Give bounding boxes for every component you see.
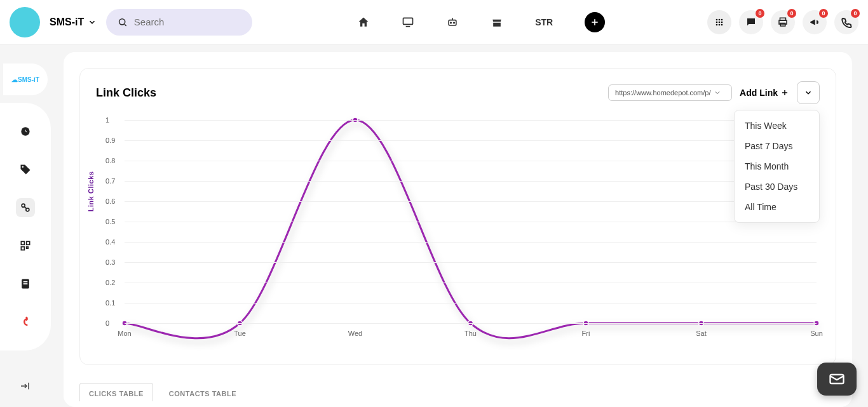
home-icon[interactable] (357, 16, 370, 29)
date-range-menu: This Week Past 7 Days This Month Past 30… (734, 110, 820, 223)
mail-icon (828, 370, 846, 388)
date-range-wrap: This Week Past 7 Days This Month Past 30… (797, 81, 820, 104)
sidebar-item-links[interactable] (16, 198, 35, 217)
y-tick: 0 (105, 319, 109, 327)
svg-rect-2 (403, 18, 413, 24)
svg-point-15 (721, 21, 723, 23)
y-tick: 0.8 (105, 157, 115, 164)
svg-rect-31 (24, 281, 28, 283)
svg-point-14 (719, 21, 721, 23)
print-badge: 0 (787, 9, 796, 18)
link-chevron-icon (714, 89, 721, 97)
svg-point-18 (721, 23, 723, 25)
svg-rect-27 (27, 241, 30, 244)
apps-grid-icon[interactable] (707, 10, 731, 34)
brand-dropdown[interactable]: SMS-iT (50, 17, 97, 28)
menu-past-30-days[interactable]: Past 30 Days (735, 177, 819, 197)
sidebar-item-analytics[interactable] (16, 122, 35, 141)
chart-inner: 00.10.20.30.40.50.60.70.80.91MonTueWedTh… (125, 120, 817, 323)
search-container (106, 9, 252, 36)
y-tick: 0.4 (105, 238, 115, 246)
svg-rect-32 (24, 283, 28, 284)
chat-icon[interactable]: 0 (739, 10, 763, 34)
header-right: 0 0 0 0 (707, 10, 858, 34)
megaphone-icon[interactable]: 0 (803, 10, 827, 34)
card-header: Link Clicks https://www.homedepot.com/p/… (96, 81, 820, 104)
tab-clicks-table[interactable]: CLICKS TABLE (79, 383, 153, 401)
sidebar-collapse-icon[interactable] (19, 380, 31, 394)
link-select[interactable]: https://www.homedepot.com/p/ (608, 84, 732, 101)
svg-point-13 (716, 21, 718, 23)
main-content: Link Clicks https://www.homedepot.com/p/… (64, 52, 852, 407)
svg-point-17 (719, 23, 721, 25)
y-axis-label: Link Clicks (87, 171, 95, 212)
x-tick: Thu (465, 330, 477, 337)
gridline (125, 201, 817, 202)
store-icon[interactable] (491, 16, 503, 29)
y-tick: 0.5 (105, 218, 115, 225)
x-tick: Mon (118, 330, 131, 337)
chart-line (125, 120, 817, 338)
x-tick: Wed (348, 330, 362, 337)
gridline (125, 161, 817, 161)
y-tick: 0.9 (105, 137, 115, 144)
gridline (125, 242, 817, 243)
menu-this-month[interactable]: This Month (735, 156, 819, 177)
svg-rect-28 (21, 247, 24, 250)
chevron-down-icon (804, 88, 813, 97)
megaphone-badge: 0 (819, 9, 828, 18)
tab-contacts-table[interactable]: CONTACTS TABLE (159, 383, 246, 401)
gridline (125, 262, 817, 263)
menu-all-time[interactable]: All Time (735, 197, 819, 217)
y-tick: 1 (105, 116, 109, 124)
gridline (125, 222, 817, 222)
monitor-icon[interactable] (402, 16, 414, 29)
brand-label: SMS-iT (50, 17, 84, 28)
svg-point-0 (119, 18, 125, 24)
search-icon (118, 17, 128, 28)
support-chat-widget[interactable] (817, 363, 857, 396)
sidebar-item-qr[interactable] (16, 236, 35, 255)
search-input[interactable] (134, 17, 241, 27)
svg-rect-29 (27, 247, 29, 249)
add-link-label: Add Link (740, 88, 778, 98)
svg-point-11 (719, 18, 721, 20)
gridline (125, 323, 817, 324)
print-icon[interactable]: 0 (771, 10, 795, 34)
svg-point-6 (454, 22, 455, 23)
sidebar-panel (0, 103, 51, 350)
sidebar-item-forms[interactable] (16, 274, 35, 293)
add-link-button[interactable]: Add Link (740, 88, 789, 98)
card-title: Link Clicks (96, 86, 600, 100)
link-select-value: https://www.homedepot.com/p/ (615, 89, 710, 97)
gridline (125, 140, 817, 141)
nav-icons: STR (357, 12, 605, 32)
x-tick: Tue (234, 330, 246, 337)
gridline (125, 283, 817, 283)
add-button[interactable] (585, 12, 605, 32)
chart-area: Link Clicks 00.10.20.30.40.50.60.70.80.9… (96, 110, 820, 345)
sidebar-logo[interactable]: ☁SMS-iT (3, 63, 48, 95)
gridline (125, 120, 817, 121)
x-tick: Fri (582, 330, 590, 337)
sidebar-item-tags[interactable] (16, 160, 35, 179)
y-tick: 0.1 (105, 299, 115, 307)
menu-past-7-days[interactable]: Past 7 Days (735, 136, 819, 156)
svg-point-16 (716, 23, 718, 25)
y-tick: 0.3 (105, 258, 115, 266)
gridline (125, 181, 817, 182)
svg-line-1 (125, 24, 126, 26)
gridline (125, 303, 817, 304)
menu-this-week[interactable]: This Week (735, 116, 819, 136)
top-header: SMS-iT STR 0 0 0 0 (0, 0, 868, 44)
avatar[interactable] (10, 7, 40, 37)
robot-icon[interactable] (446, 16, 459, 29)
y-tick: 0.7 (105, 177, 115, 185)
chat-badge: 0 (756, 9, 764, 18)
x-tick: Sat (696, 330, 707, 337)
link-clicks-card: Link Clicks https://www.homedepot.com/p/… (79, 68, 836, 365)
date-range-toggle[interactable] (797, 81, 820, 104)
phone-icon[interactable]: 0 (834, 10, 858, 34)
sidebar-item-return[interactable] (16, 312, 35, 331)
str-nav[interactable]: STR (535, 17, 553, 27)
